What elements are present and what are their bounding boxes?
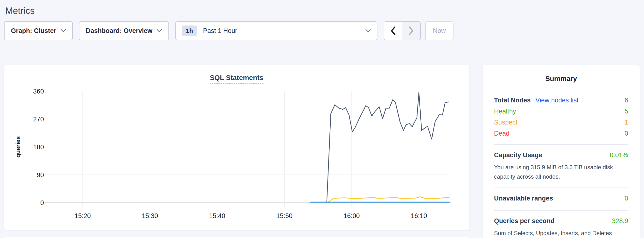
dead-nodes-row: Dead 0	[494, 128, 628, 139]
summary-body: Total Nodes View nodes list 6 Healthy 5 …	[482, 95, 640, 238]
healthy-nodes-row: Healthy 5	[494, 106, 628, 117]
chevron-down-icon	[61, 29, 66, 33]
x-tick-label: 15:50	[276, 212, 293, 219]
view-nodes-list-link[interactable]: View nodes list	[536, 97, 579, 104]
total-nodes-row: Total Nodes View nodes list 6	[494, 95, 628, 106]
sql-statements-chart[interactable]: 09018027036015:2015:3015:4015:5016:0016:…	[4, 65, 469, 230]
healthy-label: Healthy	[494, 108, 516, 115]
x-tick-label: 15:20	[74, 212, 91, 219]
capacity-section: Capacity Usage 0.01% You are using 315.9…	[494, 145, 628, 188]
next-chart-card	[4, 237, 469, 238]
dead-value: 0	[624, 130, 628, 137]
suspect-value: 1	[624, 119, 628, 126]
suspect-label: Suspect	[494, 119, 518, 126]
chevron-left-icon	[390, 27, 396, 35]
summary-title: Summary	[482, 75, 640, 83]
time-range-picker[interactable]: 1h Past 1 Hour	[176, 21, 378, 40]
unavailable-ranges-row: Unavailable ranges 0	[494, 193, 628, 204]
x-tick-label: 16:00	[344, 212, 360, 219]
qps-description: Sum of Selects, Updates, Inserts, and De…	[494, 228, 628, 238]
sql-statements-chart-card: SQL Statements 09018027036015:2015:3015:…	[4, 65, 469, 230]
qps-value: 328.9	[612, 217, 628, 225]
capacity-row: Capacity Usage 0.01%	[494, 150, 628, 161]
unavailable-ranges-value: 0	[624, 195, 628, 202]
x-tick-label: 16:10	[411, 212, 427, 219]
y-axis-label: queries	[15, 136, 21, 158]
time-nav-arrows	[384, 21, 420, 40]
dashboard-dropdown-label: Dashboard: Overview	[86, 27, 152, 35]
y-tick-label: 180	[33, 144, 44, 151]
capacity-description: You are using 315.9 MiB of 3.6 TiB usabl…	[494, 163, 628, 181]
qps-row: Queries per second 328.9	[494, 215, 628, 226]
time-range-badge: 1h	[182, 26, 197, 36]
total-nodes-value: 6	[624, 97, 628, 104]
total-nodes-label: Total Nodes	[494, 97, 531, 104]
graph-dropdown[interactable]: Graph: Cluster	[4, 21, 73, 40]
capacity-value: 0.01%	[610, 152, 628, 159]
capacity-label: Capacity Usage	[494, 152, 542, 159]
time-forward-button-disabled[interactable]	[402, 21, 420, 40]
time-range-label: Past 1 Hour	[203, 27, 237, 35]
suspect-nodes-row: Suspect 1	[494, 117, 628, 128]
dead-label: Dead	[494, 130, 510, 137]
time-back-button[interactable]	[384, 21, 402, 40]
healthy-value: 5	[624, 108, 628, 115]
y-tick-label: 270	[33, 116, 44, 123]
chevron-down-icon	[366, 29, 371, 33]
y-tick-label: 90	[37, 171, 44, 179]
summary-panel: Summary Total Nodes View nodes list 6 He…	[482, 65, 640, 238]
series-line-navy	[327, 92, 448, 203]
dashboard-dropdown[interactable]: Dashboard: Overview	[79, 21, 169, 40]
x-tick-label: 15:30	[142, 212, 158, 219]
chevron-down-icon	[157, 29, 162, 33]
chevron-right-icon	[408, 27, 414, 35]
page-title: Metrics	[5, 5, 34, 17]
now-button-label: Now	[433, 27, 446, 35]
qps-label: Queries per second	[494, 217, 554, 225]
graph-dropdown-label: Graph: Cluster	[11, 27, 56, 35]
unavailable-ranges-label: Unavailable ranges	[494, 195, 553, 202]
unavailable-ranges-section: Unavailable ranges 0	[494, 188, 628, 211]
now-button[interactable]: Now	[425, 21, 454, 40]
nodes-section: Total Nodes View nodes list 6 Healthy 5 …	[494, 95, 628, 145]
x-tick-label: 15:40	[209, 212, 225, 219]
y-tick-label: 0	[40, 199, 44, 206]
y-tick-label: 360	[33, 88, 44, 95]
metrics-page: { "header": { "title": "Metrics" }, "con…	[0, 0, 644, 238]
qps-section: Queries per second 328.9 Sum of Selects,…	[494, 211, 628, 238]
